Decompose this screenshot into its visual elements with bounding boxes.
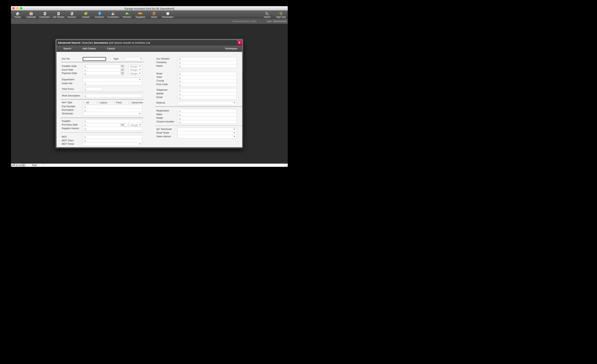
svg-text:31: 31 (30, 13, 32, 15)
